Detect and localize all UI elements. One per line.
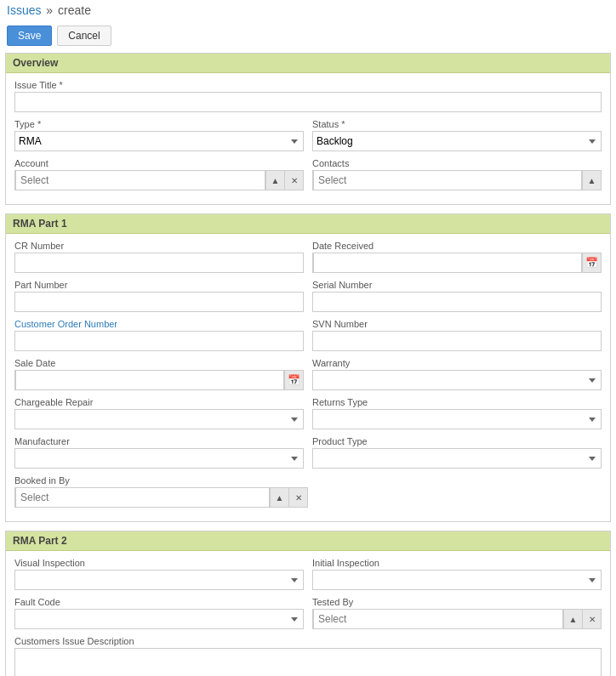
initial-inspection-select[interactable] xyxy=(312,570,602,590)
sale-date-input[interactable] xyxy=(15,370,284,390)
issue-title-group: Issue Title * xyxy=(14,80,602,112)
svn-number-label: SVN Number xyxy=(312,319,602,329)
rma-part2-section: RMA Part 2 Visual Inspection Initial Ins… xyxy=(5,531,611,676)
warranty-label: Warranty xyxy=(312,358,602,368)
overview-section-header: Overview xyxy=(6,54,610,73)
serial-number-input[interactable] xyxy=(312,292,602,312)
rma-part1-section: RMA Part 1 CR Number Date Received 18/04… xyxy=(5,213,611,522)
status-select[interactable]: Backlog xyxy=(312,131,602,151)
save-button[interactable]: Save xyxy=(7,26,52,46)
visual-inspection-group: Visual Inspection xyxy=(14,558,304,590)
cancel-button[interactable]: Cancel xyxy=(57,26,111,46)
date-received-group: Date Received 18/04/2019 📅 xyxy=(312,241,602,273)
part-number-input[interactable] xyxy=(14,292,304,312)
product-type-group: Product Type xyxy=(312,436,602,469)
tested-by-group: Tested By ▲ ✕ xyxy=(312,597,602,629)
account-group: Account ▲ ✕ xyxy=(14,158,304,190)
booked-in-group: Booked in By ▲ ✕ xyxy=(14,475,308,508)
rma-part2-section-header: RMA Part 2 xyxy=(6,531,610,551)
rma-part1-section-body: CR Number Date Received 18/04/2019 📅 Par… xyxy=(6,234,610,521)
sale-warranty-row: Sale Date 📅 Warranty xyxy=(14,358,602,390)
fault-code-label: Fault Code xyxy=(14,597,304,607)
breadcrumb-create: create xyxy=(58,3,91,17)
visual-inspection-label: Visual Inspection xyxy=(14,558,304,568)
contacts-input[interactable] xyxy=(313,170,582,190)
initial-inspection-group: Initial Inspection xyxy=(312,558,602,590)
cr-date-row: CR Number Date Received 18/04/2019 📅 xyxy=(14,241,602,273)
sale-date-calendar-icon[interactable]: 📅 xyxy=(284,371,303,389)
type-group: Type * RMA xyxy=(14,119,304,151)
returns-type-select[interactable] xyxy=(312,409,602,429)
customers-issue-group: Customers Issue Description xyxy=(14,636,602,676)
contacts-up-icon[interactable]: ▲ xyxy=(582,171,601,190)
issue-title-row: Issue Title * xyxy=(14,80,602,112)
booked-in-clear-icon[interactable]: ✕ xyxy=(288,488,307,507)
svn-number-group: SVN Number xyxy=(312,319,602,351)
serial-number-group: Serial Number xyxy=(312,280,602,312)
booked-in-wrap: ▲ ✕ xyxy=(14,487,308,508)
rma-part1-section-header: RMA Part 1 xyxy=(6,214,610,234)
calendar-icon[interactable]: 📅 xyxy=(582,253,601,272)
sale-date-label: Sale Date xyxy=(14,358,304,368)
rma-part2-section-body: Visual Inspection Initial Inspection Fau… xyxy=(6,551,610,676)
account-input[interactable] xyxy=(15,170,265,190)
overview-section: Overview Issue Title * Type * RMA Status… xyxy=(5,53,611,205)
returns-type-group: Returns Type xyxy=(312,397,602,429)
part-number-label: Part Number xyxy=(14,280,304,290)
product-type-select[interactable] xyxy=(312,448,602,469)
customer-order-group: Customer Order Number xyxy=(14,319,304,351)
account-up-icon[interactable]: ▲ xyxy=(265,171,284,190)
visual-initial-row: Visual Inspection Initial Inspection xyxy=(14,558,602,590)
account-clear-icon[interactable]: ✕ xyxy=(284,171,303,190)
account-select-wrap: ▲ ✕ xyxy=(14,170,304,190)
tested-by-clear-icon[interactable]: ✕ xyxy=(582,610,601,628)
chargeable-returns-row: Chargeable Repair Returns Type xyxy=(14,397,602,429)
cr-number-input[interactable] xyxy=(14,253,304,273)
fault-tested-row: Fault Code Tested By ▲ ✕ xyxy=(14,597,602,629)
chargeable-repair-group: Chargeable Repair xyxy=(14,397,304,429)
fault-code-select[interactable] xyxy=(14,609,304,629)
page-header: Issues » create xyxy=(0,0,616,22)
tested-by-wrap: ▲ ✕ xyxy=(312,609,602,629)
account-label: Account xyxy=(14,158,304,168)
type-select[interactable]: RMA xyxy=(14,131,304,151)
date-received-wrap: 18/04/2019 📅 xyxy=(312,253,602,273)
date-received-label: Date Received xyxy=(312,241,602,251)
breadcrumb-issues[interactable]: Issues xyxy=(7,3,41,17)
status-group: Status * Backlog xyxy=(312,119,602,151)
type-label: Type * xyxy=(14,119,304,129)
customers-issue-textarea[interactable] xyxy=(14,648,602,676)
sale-date-group: Sale Date 📅 xyxy=(14,358,304,390)
contacts-label: Contacts xyxy=(312,158,602,168)
chargeable-repair-select[interactable] xyxy=(14,409,304,429)
tested-by-up-icon[interactable]: ▲ xyxy=(563,610,582,628)
cr-number-label: CR Number xyxy=(14,241,304,251)
manufacturer-select[interactable] xyxy=(14,448,304,469)
booked-in-label: Booked in By xyxy=(14,475,308,486)
chargeable-repair-label: Chargeable Repair xyxy=(14,397,304,407)
visual-inspection-select[interactable] xyxy=(14,570,304,590)
breadcrumb-separator: » xyxy=(46,3,53,17)
warranty-select[interactable] xyxy=(312,370,602,390)
sale-date-wrap: 📅 xyxy=(14,370,304,390)
part-number-group: Part Number xyxy=(14,280,304,312)
returns-type-label: Returns Type xyxy=(312,397,602,407)
date-received-input[interactable]: 18/04/2019 xyxy=(313,253,582,273)
issue-title-label: Issue Title * xyxy=(14,80,602,90)
booked-in-row: Booked in By ▲ ✕ xyxy=(14,475,602,508)
booked-in-up-icon[interactable]: ▲ xyxy=(270,488,288,507)
initial-inspection-label: Initial Inspection xyxy=(312,558,602,568)
customers-issue-row: Customers Issue Description xyxy=(14,636,602,676)
customers-issue-label: Customers Issue Description xyxy=(14,636,602,646)
account-contacts-row: Account ▲ ✕ Contacts ▲ xyxy=(14,158,602,190)
svn-number-input[interactable] xyxy=(312,331,602,351)
booked-in-input[interactable] xyxy=(15,487,270,508)
contacts-group: Contacts ▲ xyxy=(312,158,602,190)
serial-number-label: Serial Number xyxy=(312,280,602,290)
status-label: Status * xyxy=(312,119,602,129)
overview-section-body: Issue Title * Type * RMA Status * Backlo… xyxy=(6,73,610,204)
issue-title-input[interactable] xyxy=(14,92,602,112)
manufacturer-group: Manufacturer xyxy=(14,436,304,469)
customer-order-input[interactable] xyxy=(14,331,304,351)
tested-by-input[interactable] xyxy=(313,609,563,629)
